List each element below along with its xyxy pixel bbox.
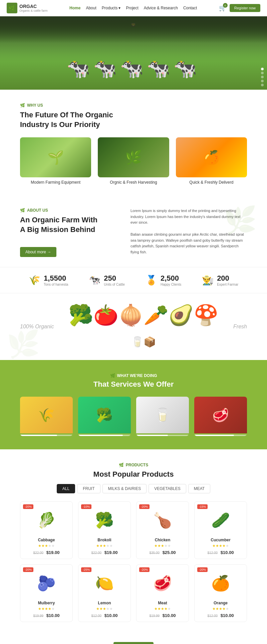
stat-label-clients: Happy Clients [161, 283, 181, 286]
stars-meat: ★★★★★ [140, 607, 185, 611]
img-cabbage: 🥬 [24, 505, 69, 535]
nav-contact[interactable]: Contact [183, 6, 197, 10]
img-broccoli: 🥦 [82, 505, 127, 535]
hero-dot-2[interactable] [261, 72, 264, 74]
why-us-cards: 🌱 Modern Farming Equipment 🌿 Orgnic & Fr… [20, 137, 247, 185]
card-img-harvesting: 🌿 [98, 137, 169, 177]
stars-orange: ★★★★★ [198, 607, 243, 611]
service-img-grains: 🌾 [20, 397, 73, 433]
price-cucumber: $12.00 $10.00 [198, 549, 243, 555]
card-label-harvesting: Orgnic & Fresh Harvesting [98, 180, 169, 185]
stars-cucumber: ★★★★★ [198, 544, 243, 548]
stars-cabbage: ★★★★★ [24, 544, 69, 548]
card-farming: 🌱 Modern Farming Equipment [20, 137, 91, 185]
about-more-button[interactable]: About more → [20, 247, 56, 257]
stars-mulberry: ★★★★★ [24, 607, 69, 611]
product-cabbage: -20% 🥬 Cabbage ★★★★★ $22.00 $19.00 [20, 501, 73, 559]
why-us-section: 🌿 WHY US The Future Of The OrganicIndust… [0, 90, 267, 198]
nav-products[interactable]: Products ▾ [102, 6, 121, 10]
logo[interactable]: 🌿 ORGAC Organic & cattle farm [7, 3, 48, 13]
badge-lemon: -25% [81, 567, 91, 572]
organic-display: 🥦🍅🧅🥕🥑🍄 🥛📦 [68, 303, 219, 350]
logo-sub: Organic & cattle farm [19, 9, 48, 12]
about-tag: 🌿 ABOUT US [20, 208, 117, 213]
about-section: 🌿 ABOUT US An Organic Farm WithA Big Mis… [0, 198, 267, 267]
harvest-icon: 🌾 [29, 275, 40, 286]
stat-cattle: 🐄 250 Units of Cattle [89, 274, 125, 286]
price-orange: $12.00 $10.00 [198, 612, 243, 618]
register-button[interactable]: Register now [230, 4, 260, 12]
badge-orange: -20% [197, 567, 208, 572]
products-grid: -20% 🥬 Cabbage ★★★★★ $22.00 $19.00 -10% … [20, 501, 247, 622]
img-lemon: 🍋 [82, 568, 127, 598]
plant-decoration: 🌿 [224, 205, 257, 236]
hero-dot-5[interactable] [261, 84, 264, 86]
cart-button[interactable]: 🛒 0 [219, 4, 226, 12]
card-delivery: 🍊 Quick & Freshly Deliverd [176, 137, 247, 185]
service-img-meat: 🥩 [194, 397, 247, 433]
about-title: An Organic Farm WithA Big Mission Behind [20, 215, 117, 234]
price-meat: $19.99 $10.00 [140, 612, 185, 618]
hero-section: 🐄🐄🐄🐄🐄 🌄 [0, 16, 267, 90]
logo-icon: 🌿 [7, 3, 17, 13]
name-mulberry: Mulberry [24, 601, 69, 605]
badge-broccoli: -10% [81, 504, 91, 509]
filter-fruit[interactable]: FRUIT [77, 484, 100, 493]
stat-clients: 🏅 2,500 Happy Clients [146, 274, 181, 286]
badge-meat: -20% [139, 567, 150, 572]
logo-name: ORGAC [19, 4, 48, 9]
filter-meat[interactable]: MEAT [188, 484, 210, 493]
product-lemon: -25% 🍋 Lemon ★★★★★ $12.00 $10.00 [78, 564, 131, 622]
badge-chicken: -20% [139, 504, 150, 509]
price-lemon: $12.00 $10.00 [82, 612, 127, 618]
services-grid: 🌾 🥦 🥛 🥩 [20, 397, 247, 436]
leaf-decoration: 🌿 [7, 329, 40, 360]
see-more-button[interactable]: See more → [113, 642, 154, 644]
price-cabbage: $22.00 $19.00 [24, 549, 69, 555]
card-harvesting: 🌿 Orgnic & Fresh Harvesting [98, 137, 169, 185]
card-img-delivery: 🍊 [176, 137, 247, 177]
card-img-farming: 🌱 [20, 137, 91, 177]
img-orange: 🍊 [198, 568, 243, 598]
cattle-icon: 🐄 [89, 275, 100, 286]
cart-badge: 0 [223, 3, 228, 8]
nav-home[interactable]: Home [69, 6, 80, 10]
services-section: 🌿 WHAT WE'RE DOING That Services We Offe… [0, 360, 267, 449]
filter-all[interactable]: ALL [57, 484, 75, 493]
stat-farmers: 👨‍🌾 200 Expert Farmar [202, 274, 238, 286]
product-chicken: -20% 🍗 Chicken ★★★★★ $35.00 $25.00 [136, 501, 189, 559]
service-veggies: 🥦 [78, 397, 131, 436]
price-mulberry: $19.99 $10.00 [24, 612, 69, 618]
name-broccoli: Brokoli [82, 538, 127, 542]
service-meat: 🥩 [194, 397, 247, 436]
stars-chicken: ★★★★★ [140, 544, 185, 548]
hero-dot-3[interactable] [261, 76, 264, 78]
name-chicken: Chicken [140, 538, 185, 542]
products-title: Most Popular Products [20, 470, 247, 479]
stat-label-cattle: Units of Cattle [104, 283, 125, 286]
nav-project[interactable]: Project [126, 6, 138, 10]
img-chicken: 🍗 [140, 505, 185, 535]
clients-icon: 🏅 [146, 275, 157, 286]
stat-harvest: 🌾 1,5500 Tons of harvesta [29, 274, 68, 286]
product-orange: -20% 🍊 Orange ★★★★★ $12.00 $10.00 [194, 564, 247, 622]
hero-dot-active[interactable] [261, 68, 264, 70]
navbar: 🌿 ORGAC Organic & cattle farm Home About… [0, 0, 267, 16]
stars-lemon: ★★★★★ [82, 607, 127, 611]
name-cucumber: Cucumber [198, 538, 243, 542]
nav-about[interactable]: About [86, 6, 96, 10]
products-section: 🌿 PRODUCTS Most Popular Products ALL FRU… [0, 449, 267, 635]
service-grains: 🌾 [20, 397, 73, 436]
product-meat: -20% 🥩 Meat ★★★★★ $19.99 $10.00 [136, 564, 189, 622]
hero-dot-4[interactable] [261, 80, 264, 82]
img-meat: 🥩 [140, 568, 185, 598]
about-left: 🌿 ABOUT US An Organic Farm WithA Big Mis… [20, 208, 117, 257]
products-tag-icon: 🌿 [119, 463, 124, 467]
filter-vegetables[interactable]: VEGETABLES [149, 484, 186, 493]
filter-milks[interactable]: MILKS & DAIRIES [102, 484, 147, 493]
stat-num-farmers: 200 [217, 274, 238, 283]
farmers-icon: 👨‍🌾 [202, 275, 214, 286]
badge-mulberry: -20% [23, 567, 33, 572]
name-orange: Orange [198, 601, 243, 605]
nav-advice[interactable]: Advice & Research [144, 6, 178, 10]
